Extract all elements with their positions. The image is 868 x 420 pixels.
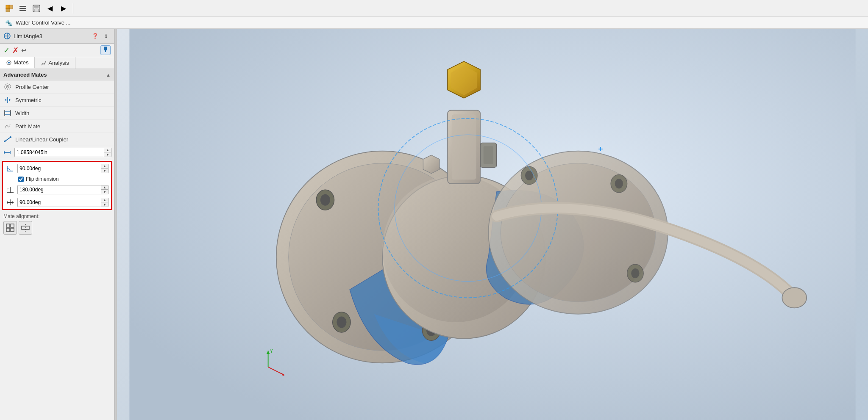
angle-row-3: ▲ ▼ bbox=[3, 196, 111, 209]
distance-input-wrapper[interactable]: ▲ ▼ bbox=[14, 148, 111, 157]
tabs-row: Mates Analysis bbox=[0, 57, 114, 69]
path-mate-item[interactable]: Path Mate bbox=[0, 120, 114, 133]
angle-input-3[interactable] bbox=[18, 199, 101, 206]
advanced-mates-section-header: Advanced Mates ▲ bbox=[0, 69, 114, 80]
angle-spinners-1: ▲ ▼ bbox=[101, 164, 108, 173]
tab-analysis-label: Analysis bbox=[48, 60, 69, 66]
title-bar: 🔩 Water Control Valve ... bbox=[0, 17, 868, 29]
undo-button[interactable]: ↩ bbox=[21, 47, 27, 54]
panel-title: LimitAngle3 bbox=[14, 33, 88, 39]
title-part-icon: 🔩 bbox=[5, 19, 12, 26]
angle-input-wrapper-1[interactable]: ▲ ▼ bbox=[17, 164, 108, 173]
svg-marker-22 bbox=[9, 99, 11, 101]
action-row: ✓ ✗ ↩ bbox=[0, 44, 114, 57]
mate-alignment-label: Mate alignment: bbox=[3, 213, 111, 219]
angle-icon-2: ⊤ bbox=[6, 185, 15, 194]
distance-icon bbox=[3, 148, 12, 157]
svg-point-27 bbox=[4, 141, 6, 142]
alignment-btn-1[interactable] bbox=[3, 221, 17, 235]
viewport: Y bbox=[117, 29, 868, 420]
info-icon-btn[interactable]: ℹ bbox=[101, 31, 111, 41]
tab-analysis[interactable]: Analysis bbox=[35, 57, 75, 69]
svg-marker-77 bbox=[423, 155, 440, 173]
angle-icon-1 bbox=[6, 164, 15, 173]
svg-line-26 bbox=[5, 137, 11, 141]
distance-spinners: ▲ ▼ bbox=[104, 148, 111, 157]
angle-spin-up-3[interactable]: ▲ bbox=[101, 198, 108, 202]
analysis-tab-icon bbox=[41, 60, 47, 66]
toolbar-list-icon[interactable] bbox=[17, 3, 29, 14]
pin-button[interactable] bbox=[100, 45, 111, 55]
svg-rect-12 bbox=[104, 47, 107, 50]
path-mate-label: Path Mate bbox=[15, 123, 40, 130]
toolbar-separator bbox=[73, 3, 73, 14]
width-item[interactable]: Width bbox=[0, 107, 114, 120]
svg-point-19 bbox=[7, 86, 8, 87]
tab-mates-label: Mates bbox=[14, 59, 28, 66]
panel-header: LimitAngle3 ❓ ℹ bbox=[0, 29, 114, 44]
mates-tab-icon bbox=[6, 60, 12, 66]
toolbar-arrow-left-icon[interactable]: ◀ bbox=[44, 3, 56, 14]
linear-coupler-label: Linear/Linear Coupler bbox=[15, 136, 68, 143]
distance-input[interactable] bbox=[15, 149, 104, 156]
symmetric-item[interactable]: Symmetric bbox=[0, 94, 114, 107]
svg-rect-44 bbox=[11, 224, 14, 227]
width-label: Width bbox=[15, 110, 29, 116]
svg-marker-21 bbox=[5, 99, 6, 101]
svg-rect-2 bbox=[6, 8, 10, 12]
toolbar-arrow-right-icon[interactable]: ▶ bbox=[58, 3, 70, 14]
svg-point-28 bbox=[10, 136, 11, 138]
angle-input-wrapper-2[interactable]: ▲ ▼ bbox=[17, 185, 108, 194]
svg-rect-7 bbox=[34, 5, 39, 8]
angle-input-1[interactable] bbox=[18, 165, 101, 172]
flip-dimension-label: Flip dimension bbox=[26, 176, 58, 182]
angle-spin-down-1[interactable]: ▼ bbox=[101, 169, 108, 173]
angle-spin-up-2[interactable]: ▲ bbox=[101, 185, 108, 190]
svg-rect-45 bbox=[6, 228, 10, 232]
angle-input-2[interactable] bbox=[18, 186, 101, 193]
svg-rect-71 bbox=[452, 114, 476, 180]
highlighted-angle-section: ▲ ▼ Flip dimension bbox=[2, 161, 112, 210]
flip-dimension-checkbox[interactable] bbox=[18, 177, 24, 182]
svg-point-55 bbox=[337, 317, 346, 328]
svg-rect-43 bbox=[6, 224, 10, 227]
profile-center-label: Profile Center bbox=[15, 84, 49, 90]
top-toolbar: ◀ ▶ bbox=[0, 0, 868, 17]
svg-rect-8 bbox=[34, 9, 39, 12]
profile-center-item[interactable]: Profile Center bbox=[0, 80, 114, 94]
angle-row-2: ⊤ ▲ ▼ bbox=[3, 183, 111, 196]
angle-row-1: ▲ ▼ bbox=[3, 162, 111, 175]
flip-dimension-row: Flip dimension bbox=[3, 175, 111, 183]
panel-header-icons: ❓ ℹ bbox=[90, 31, 111, 41]
svg-point-76 bbox=[782, 287, 807, 308]
svg-rect-13 bbox=[105, 50, 106, 52]
mate-icon bbox=[3, 32, 11, 40]
angle-spin-down-2[interactable]: ▼ bbox=[101, 190, 108, 194]
advanced-mates-title: Advanced Mates bbox=[3, 72, 47, 78]
angle-icon-3 bbox=[6, 198, 15, 207]
angle-spin-up-1[interactable]: ▲ bbox=[101, 164, 108, 169]
main-area: LimitAngle3 ❓ ℹ ✓ ✗ ↩ bbox=[0, 29, 868, 420]
accept-button[interactable]: ✓ bbox=[3, 46, 10, 55]
svg-rect-3 bbox=[19, 6, 26, 7]
profile-center-icon bbox=[3, 83, 12, 91]
distance-spin-down[interactable]: ▼ bbox=[104, 152, 111, 157]
toolbar-save-icon[interactable] bbox=[31, 3, 42, 14]
advanced-mates-collapse-btn[interactable]: ▲ bbox=[106, 72, 111, 77]
symmetric-icon bbox=[3, 96, 12, 104]
distance-spin-up[interactable]: ▲ bbox=[104, 148, 111, 152]
alignment-btn-2[interactable] bbox=[19, 221, 32, 235]
angle-spin-down-3[interactable]: ▼ bbox=[101, 202, 108, 207]
alignment-buttons bbox=[3, 221, 111, 235]
distance-row: ▲ ▼ bbox=[0, 146, 114, 159]
cancel-button[interactable]: ✗ bbox=[12, 46, 19, 55]
toolbar-3d-icon[interactable] bbox=[3, 3, 15, 14]
angle-spinners-2: ▲ ▼ bbox=[101, 185, 108, 194]
linear-coupler-item[interactable]: Linear/Linear Coupler bbox=[0, 133, 114, 146]
help-icon-btn[interactable]: ❓ bbox=[90, 31, 100, 41]
svg-point-53 bbox=[320, 194, 330, 206]
svg-rect-23 bbox=[5, 112, 11, 114]
angle-input-wrapper-3[interactable]: ▲ ▼ bbox=[17, 198, 108, 207]
tab-mates[interactable]: Mates bbox=[0, 57, 35, 69]
linear-coupler-icon bbox=[3, 135, 12, 144]
